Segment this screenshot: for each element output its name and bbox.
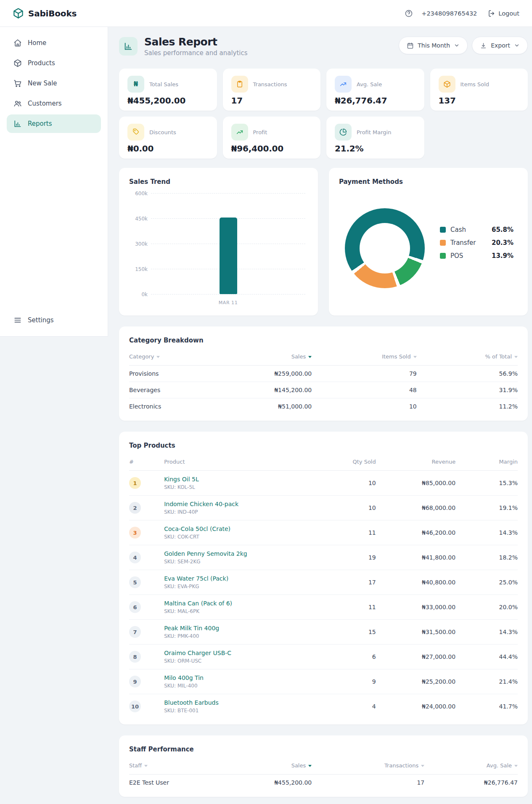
product-name-link[interactable]: Peak Milk Tin 400g (164, 625, 312, 632)
page-title: Sales Report (144, 36, 248, 48)
export-button[interactable]: Export (472, 37, 528, 54)
home-icon (13, 39, 22, 47)
stat-value: 17 (231, 96, 312, 106)
column-header-pct-of-total[interactable]: % of Total (417, 352, 518, 366)
logout-button[interactable]: Logout (485, 9, 522, 18)
stat-label: Items Sold (461, 81, 490, 88)
column-header-staff[interactable]: Staff (129, 761, 222, 775)
product-row: 1 Kings Oil 5LSKU: KOL-5L 10 ₦85,000.00 … (129, 471, 518, 496)
sidebar-item-label: Settings (28, 316, 54, 324)
sidebar-item-products[interactable]: Products (7, 54, 101, 72)
rank-badge: 3 (129, 527, 141, 539)
chevron-down-icon (514, 42, 520, 48)
staff-performance-card: Staff Performance Staff Sales Transactio… (119, 735, 528, 797)
user-phone: +2348098765432 (421, 10, 477, 17)
stat-card-transactions: Transactions 17 (223, 69, 321, 111)
product-sku: SKU: MIL-400 (164, 683, 312, 689)
category-sales: ₦51,000.00 (222, 398, 312, 411)
y-tick: 150k (129, 266, 148, 272)
product-qty: 11 (312, 595, 376, 620)
column-header-avg-sale[interactable]: Avg. Sale (424, 761, 518, 775)
column-header-revenue: Revenue (376, 457, 455, 471)
product-name-link[interactable]: Golden Penny Semovita 2kg (164, 550, 312, 557)
column-header-qty-sold: Qty Sold (312, 457, 376, 471)
category-items-sold: 48 (312, 382, 416, 398)
chart-title: Sales Trend (129, 178, 308, 186)
top-header: SabiBooks +2348098765432 Logout (0, 0, 532, 27)
top-products-table: # Product Qty Sold Revenue Margin 1 King… (129, 457, 518, 714)
sidebar-item-reports[interactable]: Reports (7, 114, 101, 133)
sidebar-item-home[interactable]: Home (7, 34, 101, 52)
sidebar-item-customers[interactable]: Customers (7, 94, 101, 113)
product-revenue: ₦24,000.00 (376, 694, 455, 715)
main-content: Sales Report Sales performance and analy… (108, 27, 532, 804)
product-name-link[interactable]: Kings Oil 5L (164, 476, 312, 483)
product-sku: SKU: EVA-PKG (164, 584, 312, 589)
product-row: 7 Peak Milk Tin 400gSKU: PMK-400 15 ₦31,… (129, 620, 518, 645)
category-name: Electronics (129, 398, 222, 411)
column-header-category[interactable]: Category (129, 352, 222, 366)
menu-lines-icon (13, 316, 22, 324)
rank-badge: 7 (129, 626, 141, 638)
product-qty: 6 (312, 645, 376, 669)
product-row: 3 Coca-Cola 50cl (Crate)SKU: COK-CRT 11 … (129, 520, 518, 545)
package-icon (439, 76, 455, 93)
product-margin: 14.3% (455, 620, 518, 645)
help-icon[interactable] (405, 9, 413, 18)
rank-badge: 1 (129, 477, 141, 489)
chart-title: Payment Methods (339, 178, 518, 186)
product-qty: 19 (312, 545, 376, 570)
sidebar-item-settings[interactable]: Settings (7, 311, 101, 329)
pie-chart-icon (335, 124, 352, 141)
category-breakdown-card: Category Breakdown Category Sales Items … (119, 326, 528, 421)
product-name-link[interactable]: Indomie Chicken 40-pack (164, 501, 312, 507)
header-right: +2348098765432 Logout (405, 9, 522, 18)
stat-label: Avg. Sale (357, 81, 382, 88)
column-header-product: Product (164, 457, 312, 471)
column-header-sales[interactable]: Sales (222, 761, 312, 775)
product-row: 5 Eva Water 75cl (Pack)SKU: EVA-PKG 17 ₦… (129, 570, 518, 595)
staff-row: E2E Test User ₦455,200.00 17 ₦26,776.47 (129, 775, 518, 787)
product-margin: 14.3% (455, 520, 518, 545)
stat-label: Profit (253, 129, 267, 135)
sidebar-item-new-sale[interactable]: New Sale (7, 74, 101, 93)
chevron-down-icon (454, 42, 460, 48)
product-name-link[interactable]: Coca-Cola 50cl (Crate) (164, 525, 312, 532)
stat-card-avg-sale: Avg. Sale ₦26,776.47 (326, 69, 424, 111)
users-icon (13, 99, 22, 108)
legend-value: 13.9% (492, 252, 513, 260)
product-name-link[interactable]: Oraimo Charger USB-C (164, 650, 312, 656)
stat-label: Transactions (253, 81, 287, 88)
stat-value: ₦0.00 (127, 143, 209, 154)
product-sku: SKU: IND-40P (164, 509, 312, 515)
stat-value: 137 (439, 96, 520, 106)
column-header-sales[interactable]: Sales (222, 352, 312, 366)
period-select-button[interactable]: This Month (399, 37, 468, 54)
stat-card-profit-margin: Profit Margin 21.2% (326, 117, 424, 159)
sidebar-item-label: New Sale (28, 80, 57, 87)
stat-value: ₦96,400.00 (231, 143, 312, 154)
stat-card-total-sales: ₦ Total Sales ₦455,200.00 (119, 69, 217, 111)
logout-icon (488, 10, 495, 17)
product-revenue: ₦40,800.00 (376, 570, 455, 595)
section-title: Top Products (129, 442, 518, 449)
column-header-items-sold[interactable]: Items Sold (312, 352, 416, 366)
product-revenue: ₦85,000.00 (376, 471, 455, 496)
sort-arrow-icon (156, 356, 160, 360)
product-name-link[interactable]: Maltina Can (Pack of 6) (164, 600, 312, 607)
download-icon (480, 42, 487, 49)
product-revenue: ₦46,200.00 (376, 520, 455, 545)
rank-badge: 2 (129, 502, 141, 514)
product-name-link[interactable]: Bluetooth Earbuds (164, 699, 312, 706)
payment-methods-donut (345, 208, 425, 288)
product-name-link[interactable]: Eva Water 75cl (Pack) (164, 575, 312, 582)
brand: SabiBooks (13, 8, 77, 19)
sort-arrow-icon (413, 356, 417, 360)
stats-grid: ₦ Total Sales ₦455,200.00 Transactions 1… (119, 69, 528, 159)
tag-icon (127, 124, 144, 141)
product-margin: 21.4% (455, 669, 518, 694)
product-name-link[interactable]: Milo 400g Tin (164, 674, 312, 681)
column-header-transactions[interactable]: Transactions (312, 761, 424, 775)
stat-card-profit: Profit ₦96,400.00 (223, 117, 321, 159)
cart-icon (13, 79, 22, 88)
